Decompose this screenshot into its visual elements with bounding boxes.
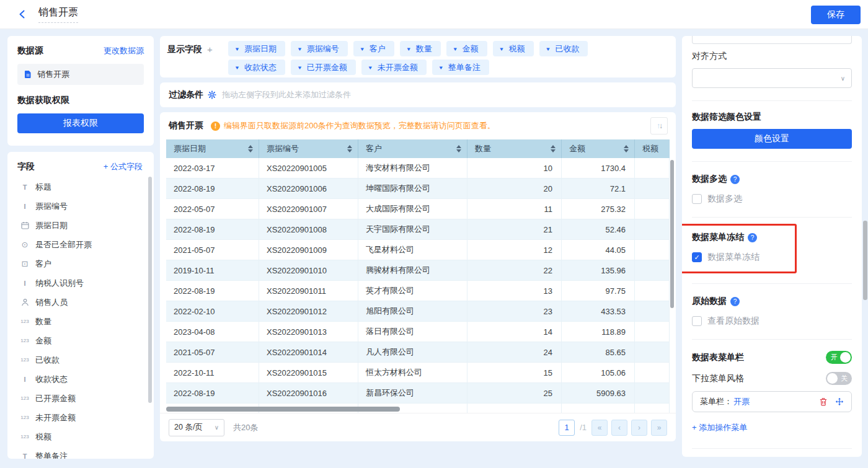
dropdown-style-toggle[interactable]: 关	[826, 372, 852, 385]
table-cell: 15	[467, 363, 562, 383]
display-field-chip[interactable]: ▼票据日期	[228, 41, 285, 56]
column-header[interactable]: 金额	[562, 139, 635, 158]
column-header[interactable]: 客户	[358, 139, 467, 158]
field-item[interactable]: T标题	[17, 177, 148, 196]
display-field-chip[interactable]: ▼整单备注	[432, 60, 489, 75]
table-row[interactable]: 2022-10-11XS20220901015恒太方材料公司15105.06	[166, 363, 670, 383]
field-item[interactable]: 销售人员	[17, 293, 148, 312]
table-row[interactable]: 2022-08-19XS20220901008天宇国际有限公司2152.46	[166, 219, 670, 240]
table-row[interactable]: 2021-05-07XS20220901014凡人有限公司2485.65	[166, 342, 670, 363]
sort-order-button[interactable]: ↑ ↓	[650, 117, 668, 135]
multiselect-checkbox[interactable]	[692, 194, 702, 204]
column-header[interactable]: 税额	[635, 139, 670, 158]
add-formula-field-link[interactable]: + 公式字段	[104, 161, 143, 172]
display-field-chip[interactable]: ▼未开票金额	[361, 60, 427, 75]
display-field-chip[interactable]: ▼税额	[493, 41, 534, 56]
table-cell: XS20220901010	[259, 260, 358, 281]
trash-icon[interactable]	[819, 397, 828, 406]
table-row[interactable]: 2022-08-19XS20220901011英才有限公司1397.75	[166, 281, 670, 301]
field-item[interactable]: ⊙是否已全部开票	[17, 235, 148, 254]
field-item[interactable]: T整单备注	[17, 446, 148, 459]
page-size-select[interactable]: 20 条/页 ∨	[169, 419, 224, 436]
field-item[interactable]: 123未开票金额	[17, 408, 148, 427]
select-icon: ⊡	[20, 259, 30, 268]
display-field-chip[interactable]: ▼收款状态	[228, 60, 285, 75]
table-menubar-toggle[interactable]: 开	[826, 351, 852, 364]
field-item[interactable]: 123金额	[17, 331, 148, 350]
change-datasource-link[interactable]: 更改数据源	[104, 45, 144, 56]
table-cell: 2022-08-19	[166, 179, 259, 199]
vertical-scrollbar[interactable]	[670, 160, 674, 308]
fields-scrollbar[interactable]	[148, 177, 152, 403]
field-item[interactable]: 123已开票金额	[17, 389, 148, 408]
column-header[interactable]: 票据日期	[166, 139, 259, 158]
clipped-input[interactable]	[692, 36, 852, 44]
chip-label: 票据日期	[244, 43, 277, 55]
sort-carets-icon[interactable]	[624, 145, 629, 152]
raw-data-checkbox[interactable]	[692, 316, 702, 326]
display-field-chip[interactable]: ▼客户	[353, 41, 394, 56]
filter-dropzone-placeholder[interactable]: 拖动左侧字段到此处来添加过滤条件	[222, 89, 351, 100]
table-row[interactable]: 2022-03-17XS20220901005海安材料有限公司101730.4	[166, 158, 670, 179]
display-field-chip[interactable]: ▼金额	[446, 41, 487, 56]
field-item[interactable]: I纳税人识别号	[17, 273, 148, 293]
menu-freeze-checkbox-row[interactable]: ✓ 数据菜单冻结	[692, 252, 790, 263]
field-item[interactable]: ⊡客户	[17, 254, 148, 273]
current-page-input[interactable]: 1	[559, 420, 575, 436]
table-row[interactable]: 2023-04-08XS20220901013落日有限公司14118.89	[166, 322, 670, 342]
display-field-chip[interactable]: ▼已收款	[539, 41, 588, 56]
menu-item-row[interactable]: 菜单栏： 开票	[692, 391, 852, 412]
menu-freeze-checkbox[interactable]: ✓	[692, 252, 702, 262]
field-item[interactable]: 123税额	[17, 427, 148, 446]
table-row[interactable]: 2022-02-10XS20220901012旭阳有限公司23433.53	[166, 301, 670, 322]
multiselect-checkbox-row[interactable]: 数据多选	[692, 193, 852, 205]
dropdown-style-label: 下拉菜单风格	[692, 373, 744, 384]
field-item[interactable]: 票据日期	[17, 216, 148, 235]
color-settings-button[interactable]: 颜色设置	[692, 129, 852, 149]
horizontal-scrollbar[interactable]	[166, 407, 400, 412]
table-cell: 2022-08-19	[166, 383, 259, 404]
column-header-label: 客户	[366, 143, 382, 154]
back-button[interactable]	[17, 9, 27, 19]
move-icon[interactable]	[835, 397, 844, 406]
field-item[interactable]: I收款状态	[17, 369, 148, 389]
last-page-button[interactable]: »	[651, 420, 667, 436]
table-cell: 2023-04-08	[166, 322, 259, 342]
sort-carets-icon[interactable]	[551, 145, 556, 152]
datasource-item[interactable]: 销售开票	[17, 64, 144, 85]
column-header[interactable]: 数量	[467, 139, 562, 158]
field-item[interactable]: 123数量	[17, 312, 148, 331]
display-field-chip[interactable]: ▼已开票金额	[291, 60, 356, 75]
table-row[interactable]: 2021-05-07XS20220901009飞星材料公司1244.05	[166, 240, 670, 260]
align-select[interactable]: ∨	[692, 68, 852, 88]
field-item[interactable]: I票据编号	[17, 196, 148, 216]
column-header[interactable]: 票据编号	[259, 139, 358, 158]
next-page-button[interactable]: ›	[631, 420, 647, 436]
report-permission-button[interactable]: 报表权限	[17, 113, 144, 133]
divider	[692, 161, 852, 162]
sort-carets-icon[interactable]	[248, 145, 253, 152]
sort-carets-icon[interactable]	[347, 145, 352, 152]
first-page-button[interactable]: «	[591, 420, 608, 436]
question-icon[interactable]: ?	[730, 297, 740, 306]
prev-page-button[interactable]: ‹	[611, 420, 627, 436]
sort-carets-icon[interactable]	[456, 145, 461, 152]
question-icon[interactable]: ?	[748, 233, 757, 242]
raw-data-checkbox-row[interactable]: 查看原始数据	[692, 316, 852, 327]
table-row[interactable]: 2019-10-11XS20220901010腾骏材料有限公司22135.96	[166, 260, 670, 281]
add-display-field-icon[interactable]: +	[207, 44, 213, 55]
table-row[interactable]: 2022-08-19XS20220901006坤曜国际有限公司2072.1	[166, 179, 670, 199]
gear-icon[interactable]	[208, 91, 216, 99]
window-scrollbar[interactable]	[863, 221, 867, 300]
table-row[interactable]: 2022-05-07XS20220901007大成国际有限公司11275.32	[166, 199, 670, 219]
table-row[interactable]: 2022-08-19XS20220901016新昌环保公司255909.63	[166, 383, 670, 404]
field-item[interactable]: 123已收款	[17, 350, 148, 369]
display-field-chip[interactable]: ▼数量	[400, 41, 441, 56]
question-icon[interactable]: ?	[730, 175, 740, 184]
number-icon: 123	[20, 319, 30, 324]
save-button[interactable]: 保存	[811, 6, 861, 24]
add-action-menu-link[interactable]: + 添加操作菜单	[692, 422, 747, 433]
table-cell: 97.75	[562, 281, 635, 301]
display-field-chip[interactable]: ▼票据编号	[291, 41, 348, 56]
chip-label: 税额	[509, 43, 525, 55]
